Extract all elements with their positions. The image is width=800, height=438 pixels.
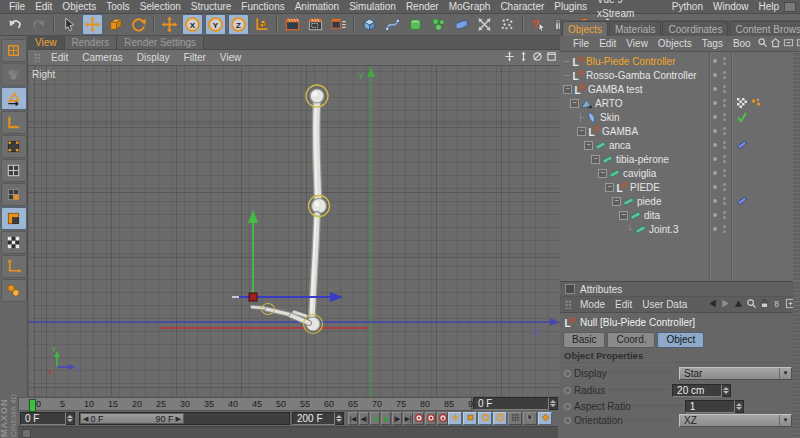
- preview-range-track[interactable]: ◀ 0 F 90 F ▶: [79, 412, 290, 425]
- auto-key-toggle[interactable]: [538, 412, 552, 425]
- visibility-dot-editor[interactable]: [713, 143, 717, 147]
- visibility-dot-editor[interactable]: [713, 87, 717, 91]
- current-frame-field[interactable]: 0 F: [20, 412, 75, 425]
- enable-dot[interactable]: [723, 146, 726, 149]
- visibility-dot-render[interactable]: [723, 197, 726, 200]
- enable-dot[interactable]: [723, 104, 726, 107]
- ik-tag-icon[interactable]: [736, 139, 748, 151]
- home-button[interactable]: [770, 38, 782, 50]
- layer-minus-button[interactable]: [783, 38, 795, 50]
- move-gizmo[interactable]: [232, 210, 343, 302]
- lock-z-button[interactable]: Z: [228, 14, 249, 35]
- object-row-gamba[interactable]: −LGAMBA: [560, 124, 800, 138]
- attributes-tab-basic[interactable]: Basic: [563, 332, 605, 348]
- menu-animation[interactable]: Animation: [290, 0, 344, 14]
- display-select[interactable]: Star▼: [679, 367, 792, 380]
- enable-dot[interactable]: [723, 90, 726, 93]
- attributes-tab-coord[interactable]: Coord.: [607, 332, 655, 348]
- goto-start-button[interactable]: |◀: [348, 412, 358, 425]
- viewport-menu-filter[interactable]: Filter: [177, 52, 213, 63]
- menu-objects[interactable]: Objects: [57, 0, 101, 14]
- object-manager-menu-tags[interactable]: Tags: [697, 38, 728, 49]
- autokeying-button[interactable]: [425, 412, 436, 425]
- menu-tools[interactable]: Tools: [101, 0, 134, 14]
- object-row-skin[interactable]: ├Skin: [560, 110, 800, 124]
- history-button[interactable]: 8: [771, 299, 783, 311]
- object-row-tibia-p-rone[interactable]: −tibia-pérone: [560, 152, 800, 166]
- add-deformer-button[interactable]: [451, 14, 472, 35]
- menu-plugins[interactable]: Plugins: [549, 0, 592, 14]
- attributes-menu-user-data[interactable]: User Data: [637, 299, 692, 310]
- object-manager-menu-objects[interactable]: Objects: [653, 38, 697, 49]
- visibility-dot-render[interactable]: [723, 225, 726, 228]
- visibility-dot-render[interactable]: [723, 211, 726, 214]
- model-mode-button[interactable]: [1, 87, 27, 110]
- view-rotate-button[interactable]: [531, 52, 543, 64]
- viewport-tab-renders[interactable]: Renders: [65, 36, 118, 49]
- add-environment-button[interactable]: [474, 14, 495, 35]
- add-nurbs-button[interactable]: [405, 14, 426, 35]
- attributes-tab-object[interactable]: Object: [657, 332, 704, 348]
- undo-button[interactable]: [5, 14, 26, 35]
- view-zoom-button[interactable]: [517, 52, 529, 64]
- make-editable-button[interactable]: [1, 39, 27, 62]
- menu-selection[interactable]: Selection: [135, 0, 186, 14]
- menu-python[interactable]: Python: [667, 0, 708, 14]
- object-row-joint-3[interactable]: └Joint.3: [560, 222, 800, 236]
- ik-tag-icon[interactable]: [736, 195, 748, 207]
- menu-character[interactable]: Character: [495, 0, 549, 14]
- object-manager-menu-boo[interactable]: Boo: [728, 38, 756, 49]
- search-button[interactable]: [757, 38, 769, 50]
- snap-mode-button[interactable]: [1, 279, 27, 302]
- panel-grip-icon[interactable]: [565, 300, 572, 309]
- tab-coordinates[interactable]: Coordinates: [662, 21, 728, 36]
- viewport-tab-view[interactable]: View: [28, 36, 65, 49]
- object-row-piede[interactable]: −LPIEDE: [560, 180, 800, 194]
- orientation-select[interactable]: XZ▼: [679, 414, 792, 427]
- viewport-tab-render-settings[interactable]: Render Settings: [117, 36, 204, 49]
- view-maximize-button[interactable]: [545, 52, 557, 64]
- visibility-dot-render[interactable]: [723, 99, 726, 102]
- resize-grip[interactable]: [22, 429, 31, 438]
- viewport-menu-view[interactable]: View: [213, 52, 249, 63]
- spinner[interactable]: [722, 384, 731, 397]
- add-particles-button[interactable]: [497, 14, 518, 35]
- enable-dot[interactable]: [723, 132, 726, 135]
- menu-functions[interactable]: Functions: [236, 0, 289, 14]
- tab-objects[interactable]: Objects: [562, 21, 608, 36]
- layer-plus-button[interactable]: [796, 38, 800, 50]
- menu-render[interactable]: Render: [401, 0, 444, 14]
- expand-toggle-icon[interactable]: −: [605, 183, 614, 192]
- texture-mode-button[interactable]: [1, 207, 27, 230]
- polygons-mode-button[interactable]: [1, 183, 27, 206]
- add-array-button[interactable]: [428, 14, 449, 35]
- leg-skeleton[interactable]: [252, 89, 327, 331]
- expand-toggle-icon[interactable]: −: [570, 99, 579, 108]
- add-cube-button[interactable]: [359, 14, 380, 35]
- back-button[interactable]: [706, 299, 718, 311]
- help-pointer-button[interactable]: ?: [528, 14, 549, 35]
- enable-dot[interactable]: [723, 202, 726, 205]
- object-manager-menu-file[interactable]: File: [568, 38, 594, 49]
- viewport-menu-cameras[interactable]: Cameras: [75, 52, 130, 63]
- visibility-dot-editor[interactable]: [713, 73, 717, 77]
- object-row-caviglia[interactable]: −caviglia: [560, 166, 800, 180]
- visibility-dot-editor[interactable]: [713, 129, 717, 133]
- visibility-dot-editor[interactable]: [713, 115, 717, 119]
- radius-field[interactable]: 20 cm: [672, 384, 722, 397]
- workplane-mode-button[interactable]: [1, 111, 27, 134]
- panel-grip-icon[interactable]: [34, 53, 41, 62]
- enable-dot[interactable]: [723, 160, 726, 163]
- enable-dot[interactable]: [723, 216, 726, 219]
- timeline-ruler[interactable]: 051015202530354045505560657075808590: [18, 397, 472, 411]
- prev-key-button[interactable]: ◀|: [359, 412, 369, 425]
- weight-tag-icon[interactable]: [736, 97, 748, 109]
- object-row-anca[interactable]: −anca: [560, 138, 800, 152]
- add-spline-button[interactable]: [382, 14, 403, 35]
- object-axis-mode-button[interactable]: [1, 255, 27, 278]
- visibility-dot-render[interactable]: [723, 113, 726, 116]
- record-options-button[interactable]: [437, 412, 448, 425]
- visibility-dot-render[interactable]: [723, 57, 726, 60]
- forward-button[interactable]: [719, 299, 731, 311]
- expand-toggle-icon[interactable]: −: [619, 211, 628, 220]
